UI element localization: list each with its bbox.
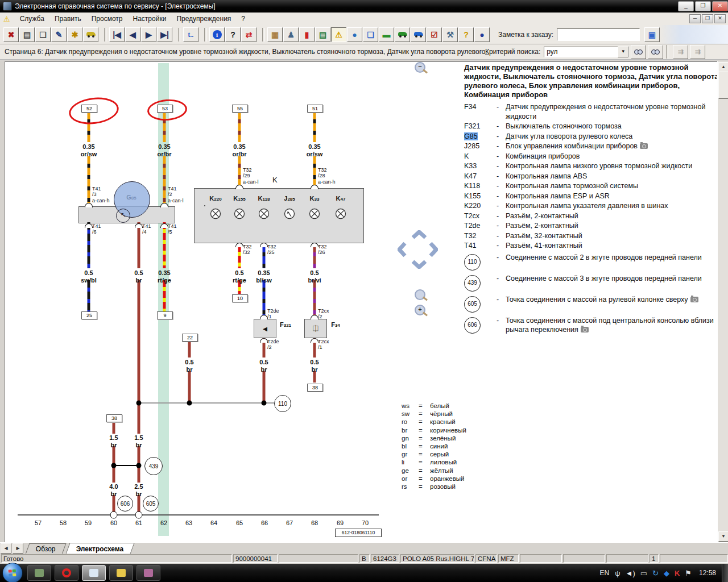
next-page-button[interactable]: ▶ xyxy=(141,27,156,42)
component-code-J285[interactable]: J285 xyxy=(464,142,497,151)
camera-icon[interactable] xyxy=(690,297,698,302)
show-desktop-button[interactable] xyxy=(722,564,728,582)
search-all-button[interactable] xyxy=(648,45,663,59)
car-info-button[interactable] xyxy=(411,27,426,42)
checklist-button[interactable]: ☑ xyxy=(427,27,442,42)
order-note-input[interactable] xyxy=(557,28,640,41)
menu-item-[interactable]: Предупреждения xyxy=(171,14,236,24)
taskbar-app-media[interactable] xyxy=(136,565,160,581)
pan-left-icon[interactable] xyxy=(398,242,407,257)
camera-icon[interactable] xyxy=(581,327,589,332)
swap-button[interactable]: ⇄ xyxy=(241,27,257,42)
parts-button[interactable]: ▦ xyxy=(267,27,283,42)
f34-sensor-box[interactable]: ⎅ xyxy=(304,319,327,338)
component-code-T32[interactable]: T32 xyxy=(464,231,497,241)
component-code-K47[interactable]: K47 xyxy=(464,172,497,181)
component-code-110[interactable]: 110 xyxy=(464,253,497,272)
scroll-up-icon[interactable]: ▲ xyxy=(718,62,728,72)
help-button[interactable]: ? xyxy=(225,27,241,42)
mdi-minimize-button[interactable]: ─ xyxy=(689,14,701,23)
network-icon[interactable]: ▭ xyxy=(640,569,647,577)
pan-up-icon[interactable] xyxy=(411,230,427,239)
menu-item-[interactable]: Править xyxy=(49,14,86,24)
terminal-10[interactable]: 10 xyxy=(232,294,248,302)
component-code-K33[interactable]: K33 xyxy=(464,161,497,171)
component-code-F34[interactable]: F34 xyxy=(464,102,497,121)
last-page-button[interactable]: ▶| xyxy=(157,27,172,42)
maximize-button[interactable]: ❐ xyxy=(695,1,711,11)
component-code-K155[interactable]: K155 xyxy=(464,192,497,201)
terminal-55[interactable]: 55 xyxy=(232,105,248,113)
tab-обзор[interactable]: Обзор xyxy=(26,543,67,554)
zoom-tool-icon[interactable] xyxy=(415,289,425,300)
clock[interactable]: 12:58 xyxy=(699,569,716,577)
edit-document-button[interactable]: ✎ xyxy=(51,27,67,42)
component-code-K220[interactable]: K220 xyxy=(464,201,497,211)
block-button[interactable]: ▬ xyxy=(379,27,394,42)
car-green-button[interactable] xyxy=(395,27,410,42)
menu-item-[interactable]: Служба xyxy=(15,14,49,24)
chevron-down-icon[interactable]: ▼ xyxy=(618,47,628,57)
globe2-button[interactable]: ● xyxy=(474,27,490,42)
component-code-T2cx[interactable]: T2cx xyxy=(464,211,497,221)
terminal-9[interactable]: 9 xyxy=(157,311,173,319)
pan-down-icon[interactable] xyxy=(411,260,427,269)
taskbar-app-photo[interactable] xyxy=(27,565,51,581)
usb-icon[interactable]: ψ xyxy=(615,569,620,577)
new-document-button[interactable]: ❏ xyxy=(35,27,51,42)
service-button[interactable]: ♟ xyxy=(283,27,299,42)
menu-item-[interactable]: ? xyxy=(236,14,250,24)
scroll-down-icon[interactable]: ▼ xyxy=(718,531,728,542)
equipment-button[interactable]: ⚒ xyxy=(442,27,458,42)
manual-button[interactable]: ▮ xyxy=(299,27,315,42)
component-code-K[interactable]: K xyxy=(464,152,497,161)
kaspersky-icon[interactable]: K xyxy=(675,569,680,577)
component-code-605[interactable]: 605 xyxy=(464,295,497,314)
new-entry-button[interactable]: ✱ xyxy=(67,27,82,42)
flag-icon[interactable]: ⚑ xyxy=(685,569,692,577)
taskbar-app-elsa[interactable] xyxy=(82,565,106,581)
order-report-button[interactable]: ▣ xyxy=(644,27,660,42)
taskbar-app-opera[interactable] xyxy=(55,565,78,581)
component-code-G85[interactable]: G85 xyxy=(464,132,497,142)
terminal-22[interactable]: 22 xyxy=(182,334,198,342)
info-button[interactable]: i xyxy=(209,27,225,42)
print-button[interactable]: ▤ xyxy=(19,27,35,42)
first-page-button[interactable]: |◀ xyxy=(109,27,125,42)
component-code-439[interactable]: 439 xyxy=(464,274,497,293)
volume-icon[interactable]: ◄) xyxy=(626,569,635,577)
mdi-close-button[interactable]: ✕ xyxy=(714,14,726,23)
component-code-F321[interactable]: F321 xyxy=(464,122,497,131)
component-code-606[interactable]: 606 xyxy=(464,316,497,335)
warnings-button[interactable]: ⚠ xyxy=(331,27,346,42)
ground-point-606[interactable]: 606 xyxy=(117,496,133,512)
prev-page-button[interactable]: ◀ xyxy=(125,27,140,42)
zoom-in-icon[interactable]: + xyxy=(415,305,425,315)
terminal-38[interactable]: 38 xyxy=(307,384,323,392)
component-code-T2de[interactable]: T2de xyxy=(464,221,497,231)
component-code-K118[interactable]: K118 xyxy=(464,181,497,191)
tab-scroll-left-icon[interactable]: ◀ xyxy=(1,543,11,554)
globe-button[interactable]: ● xyxy=(347,27,362,42)
vertical-scrollbar[interactable]: ▲ ▼ xyxy=(717,61,728,542)
language-indicator[interactable]: EN xyxy=(600,569,610,577)
component-code-T41[interactable]: T41 xyxy=(464,241,497,251)
sync-icon[interactable]: ↻ xyxy=(652,569,659,577)
document-list-button[interactable]: ▤ xyxy=(315,27,330,42)
scrollbar-thumb[interactable] xyxy=(718,72,728,99)
tab-scroll-right-icon[interactable]: ▶ xyxy=(13,543,23,554)
ground-point-110[interactable]: 110 xyxy=(274,395,291,412)
terminal-51[interactable]: 51 xyxy=(307,105,323,113)
taskbar-app-explorer[interactable] xyxy=(109,565,133,581)
camera-icon[interactable] xyxy=(640,143,648,149)
terminal-38[interactable]: 38 xyxy=(106,414,122,422)
doc-help-button[interactable]: ? xyxy=(458,27,474,42)
close-button[interactable]: ✕ xyxy=(712,1,728,11)
board-button[interactable]: ❑ xyxy=(363,27,378,42)
abort-button[interactable]: ✖ xyxy=(3,27,19,42)
search-criteria-combobox[interactable]: рул ▼ xyxy=(544,47,629,57)
terminal-25[interactable]: 25 xyxy=(81,311,97,319)
vehicle-button[interactable] xyxy=(83,27,98,42)
f321-switch-box[interactable]: ◄ xyxy=(254,319,276,338)
start-button[interactable] xyxy=(2,563,23,582)
